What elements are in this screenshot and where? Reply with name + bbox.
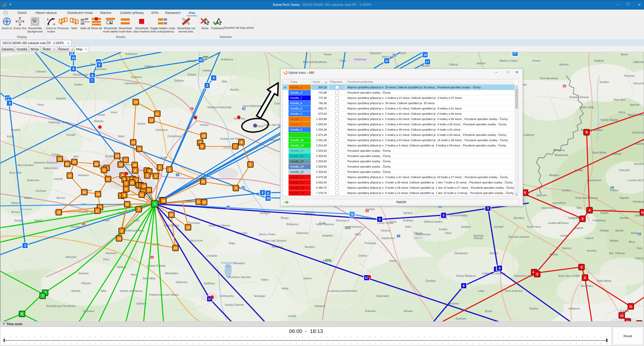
svg-text:Hronov: Hronov (532, 59, 541, 62)
svg-text:5: 5 (582, 217, 584, 221)
svg-text:Neustupo: Neustupo (254, 294, 265, 297)
svg-text:Sázava: Sázava (414, 236, 423, 239)
svg-text:Benešov: Benešov (305, 245, 315, 248)
svg-text:adno: adno (73, 155, 79, 158)
svg-text:7: 7 (126, 182, 127, 185)
svg-text:Hanušovice: Hanušovice (587, 179, 601, 182)
svg-text:Výprachtice: Výprachtice (552, 201, 566, 204)
svg-text:Sedlčany: Sedlčany (204, 282, 215, 285)
svg-text:2: 2 (121, 229, 123, 233)
svg-text:Slavětín: Slavětín (56, 97, 66, 100)
svg-text:Ząbkowicki: Ząbkowicki (633, 60, 644, 63)
svg-text:Heřmaničky: Heřmaničky (220, 294, 234, 297)
svg-text:Ondřejov: Ondřejov (403, 219, 414, 222)
svg-text:25: 25 (202, 180, 205, 183)
svg-text:43: 43 (611, 187, 614, 189)
svg-text:Mníšek pod Brdy: Mníšek pod Brdy (124, 229, 144, 232)
svg-text:2: 2 (379, 218, 381, 221)
svg-text:Loučná nad Desnou: Loučná nad Desnou (628, 179, 644, 182)
svg-text:Cheĺesov: Cheĺesov (131, 75, 142, 79)
svg-text:Tatenice: Tatenice (561, 247, 571, 250)
svg-text:Úvaly: Úvaly (319, 221, 326, 224)
svg-text:15: 15 (57, 211, 60, 214)
svg-text:Beroun: Beroun (57, 196, 65, 199)
svg-text:Kłodzko: Kłodzko (599, 81, 609, 84)
svg-text:Sulejovice: Sulejovice (125, 52, 137, 55)
svg-text:Straškov-Vodochody: Straškov-Vodochody (207, 106, 232, 109)
svg-text:Nová Paka: Nová Paka (351, 52, 364, 53)
svg-text:Maletín: Maletín (610, 239, 619, 242)
svg-text:17: 17 (124, 159, 128, 162)
svg-text:Kunčina: Kunčina (587, 249, 596, 252)
svg-text:Postupice: Postupice (365, 242, 376, 245)
svg-text:3: 3 (581, 265, 583, 269)
svg-text:3: 3 (9, 101, 11, 105)
svg-text:Slaný: Slaný (118, 135, 125, 138)
svg-text:15: 15 (140, 193, 143, 196)
svg-text:20: 20 (97, 193, 100, 196)
svg-text:Hýskov: Hýskov (11, 201, 20, 204)
svg-text:19: 19 (116, 155, 119, 158)
svg-text:2: 2 (24, 244, 26, 247)
svg-text:Kamberk: Kamberk (315, 304, 326, 307)
svg-text:Rosovice: Rosovice (106, 252, 116, 255)
svg-text:Radków: Radków (594, 59, 604, 62)
svg-text:Bělá pod Bezdězem: Bělá pod Bezdězem (303, 60, 327, 63)
svg-text:17: 17 (426, 60, 429, 63)
svg-text:Tochovice: Tochovice (83, 310, 95, 313)
svg-text:Hoštejn: Hoštejn (600, 229, 609, 232)
svg-text:22: 22 (203, 201, 206, 204)
svg-text:Čechtice: Čechtice (426, 279, 436, 282)
svg-text:Kaliště: Kaliště (288, 315, 296, 318)
svg-text:Vojkov: Vojkov (261, 278, 269, 281)
svg-text:3: 3 (443, 214, 445, 217)
svg-text:2: 2 (155, 174, 157, 178)
svg-text:7: 7 (177, 174, 178, 176)
svg-text:Vlčice: Vlčice (618, 111, 625, 114)
svg-text:Rozhrani: Rozhrani (456, 317, 466, 320)
svg-text:Kamenné Žehrovice: Kamenné Žehrovice (34, 161, 58, 164)
svg-text:20: 20 (170, 213, 173, 216)
svg-text:Zásmuky: Zásmuky (473, 234, 484, 237)
svg-text:12: 12 (150, 119, 153, 122)
svg-text:21: 21 (385, 59, 389, 62)
svg-text:Lanškroun: Lanškroun (548, 221, 560, 224)
svg-text:Loket: Loket (478, 289, 484, 292)
svg-text:Opolany: Opolany (403, 211, 413, 214)
svg-text:5: 5 (487, 207, 489, 210)
svg-text:Maršov u Úpice: Maršov u Úpice (500, 59, 518, 62)
svg-text:Koštice: Koštice (74, 83, 83, 86)
svg-text:Kutná Hora: Kutná Hora (527, 225, 540, 228)
svg-text:Chotilsko: Chotilsko (206, 254, 217, 257)
svg-text:Ostružná: Ostružná (619, 169, 630, 172)
svg-text:Mírov: Mírov (629, 240, 635, 243)
svg-text:Kněžmost: Kněžmost (354, 58, 366, 61)
svg-text:Domašov: Domašov (634, 162, 644, 165)
svg-text:Hřiměždice: Hřiměždice (165, 272, 178, 275)
svg-text:Javorník: Javorník (629, 103, 639, 106)
svg-text:2: 2 (584, 276, 586, 280)
svg-text:18: 18 (119, 163, 123, 166)
svg-text:Vítězná: Vítězná (449, 63, 458, 66)
svg-text:Cítov: Cítov (274, 102, 280, 105)
svg-text:Velvary: Velvary (200, 123, 209, 126)
svg-text:5: 5 (524, 191, 526, 195)
svg-text:Slapy: Slapy (229, 242, 235, 245)
svg-text:Načeradec: Načeradec (377, 294, 389, 297)
svg-text:6: 6 (126, 187, 127, 191)
svg-text:20: 20 (95, 163, 98, 166)
svg-text:2: 2 (207, 84, 208, 87)
svg-text:5: 5 (351, 213, 353, 216)
svg-text:8: 8 (201, 145, 203, 148)
svg-text:Peruc: Peruc (37, 103, 44, 106)
svg-text:E55: E55 (326, 259, 330, 262)
svg-text:1: 1 (154, 202, 156, 206)
svg-text:Dolní Kralovice: Dolní Kralovice (505, 289, 523, 292)
svg-text:Nové Strašecí: Nové Strašecí (17, 164, 34, 167)
svg-text:Klobuky: Klobuky (94, 120, 103, 123)
svg-text:18: 18 (424, 53, 427, 56)
svg-text:11: 11 (638, 233, 640, 236)
svg-text:Symokury: Symokury (553, 148, 565, 151)
svg-text:5: 5 (250, 163, 251, 166)
svg-text:Pravonín: Pravonín (365, 310, 376, 313)
